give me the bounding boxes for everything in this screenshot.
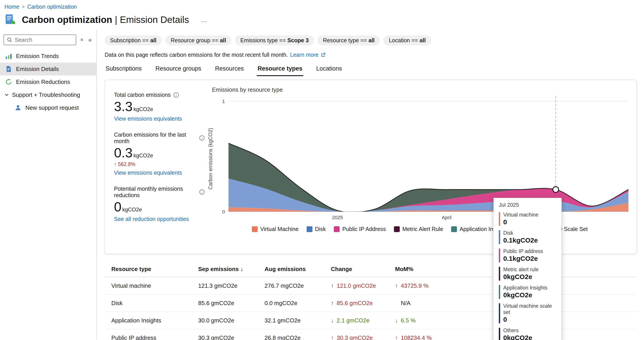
delta-text: 121.0 gmCO2e: [337, 282, 376, 289]
filter-pill-subscription[interactable]: Subscription == all: [105, 35, 162, 45]
stat-unit: kgCO2e: [134, 152, 153, 159]
tooltip-row-public-ip-address: Public IP address0.1kgCO2e: [499, 248, 556, 263]
legend-item-metric-alert-rule[interactable]: Metric Alert Rule: [394, 226, 443, 232]
sidebar-item-label: New support request: [26, 104, 79, 111]
tooltip-row-value: 0: [503, 315, 556, 324]
filter-field: Resource group ==: [170, 37, 220, 43]
sidebar-nav: Emission Trends Emission Details Emissio…: [0, 50, 96, 114]
stat-label: Carbon emissions for the last month: [114, 131, 196, 144]
emissions-chart[interactable]: 012025April: [215, 94, 632, 223]
delta-text: 30.3 gmCO2e: [337, 335, 373, 340]
stat-last-month-emissions: Carbon emissions for the last month i 0.…: [114, 131, 205, 176]
breadcrumb-home-link[interactable]: Home: [4, 3, 19, 10]
sidebar-group-label: Support + Troubleshooting: [12, 91, 80, 98]
tooltip-row-value: 0kgCO2e: [503, 273, 556, 281]
cell-resource-type: Public IP address: [111, 335, 198, 340]
x-tick-label: April: [442, 215, 452, 220]
tooltip-row-label: Virtual machine scale set: [503, 303, 556, 315]
tab-resources[interactable]: Resources: [214, 63, 245, 76]
search-clear-icon[interactable]: ×: [79, 36, 84, 43]
legend-swatch: [252, 226, 258, 232]
info-icon[interactable]: i: [199, 189, 205, 195]
delta-arrow-icon: ↓: [331, 317, 337, 324]
learn-more-link[interactable]: Learn more: [290, 52, 319, 58]
tooltip-color-bar: [499, 267, 500, 281]
delta-arrow-icon: ↑: [331, 335, 337, 340]
tooltip-color-bar: [499, 285, 500, 299]
filter-pill-emissions-type[interactable]: Emissions type == Scope 3: [235, 35, 314, 45]
column-header-resource-type[interactable]: Resource type: [111, 266, 198, 273]
filter-value: all: [150, 37, 156, 43]
emissions-chart-block: Emissions by resource type Carbon emissi…: [208, 86, 632, 250]
cell-change: ↑85.6 gmCO2e: [331, 300, 395, 307]
external-link-icon: [321, 52, 326, 57]
tab-locations[interactable]: Locations: [315, 63, 343, 76]
page-subtitle: | Emission Details: [115, 14, 189, 25]
stat-total-emissions: Total carbon emissions i 3.3kgCO2e View …: [114, 92, 205, 122]
column-header-sep-emissions[interactable]: Sep emissions ↓: [198, 266, 264, 273]
delta-text: 43725.9 %: [401, 282, 428, 289]
overflow-menu-button[interactable]: …: [201, 16, 208, 23]
sidebar-item-emission-trends[interactable]: Emission Trends: [0, 50, 96, 62]
tooltip-color-bar: [499, 249, 500, 262]
tooltip-row-value: 0kgCO2e: [503, 291, 556, 299]
sidebar-item-emission-reductions[interactable]: Emission Reductions: [0, 75, 96, 88]
filter-value: all: [368, 37, 375, 43]
column-header-change[interactable]: Change: [331, 266, 395, 273]
cell-change: ↓2.1 gmCO2e: [331, 317, 395, 324]
legend-item-virtual-machine[interactable]: Virtual Machine: [252, 226, 298, 232]
tab-resource-types[interactable]: Resource types: [257, 63, 303, 76]
info-icon[interactable]: i: [173, 92, 179, 98]
legend-item-public-ip-address[interactable]: Public IP Address: [334, 226, 386, 232]
cell-resource-type: Disk: [111, 300, 198, 307]
tooltip-color-bar: [499, 212, 500, 226]
sidebar-item-emission-details[interactable]: Emission Details: [0, 62, 96, 75]
tooltip-row-value: 0: [503, 218, 556, 226]
tab-resource-groups[interactable]: Resource groups: [154, 63, 202, 76]
cell-change: ↑30.3 gmCO2e: [331, 335, 395, 340]
y-tick-label: 1: [222, 99, 225, 104]
filter-pill-resource-type[interactable]: Resource type == all: [318, 35, 380, 45]
legend-label: Disk: [315, 226, 326, 232]
filter-value: Scope 3: [287, 37, 309, 43]
sidebar-item-new-support-request[interactable]: New support request: [0, 101, 96, 114]
tab-subscriptions[interactable]: Subscriptions: [105, 63, 142, 76]
sidebar-collapse-icon[interactable]: «: [87, 36, 93, 44]
tooltip-row-value: 0kgCO2e: [503, 334, 556, 340]
chart-legend: Virtual MachineDiskPublic IP AddressMetr…: [208, 226, 632, 232]
svg-text:i: i: [202, 136, 202, 140]
legend-item-disk[interactable]: Disk: [307, 226, 326, 232]
breadcrumb: Home > Carbon optimization: [0, 0, 644, 10]
column-header-aug-emissions[interactable]: Aug emissions: [264, 266, 331, 273]
tooltip-row-value: 0.1kgCO2e: [503, 254, 556, 263]
cell-sep-emissions: 121.3 gmCO2e: [198, 282, 264, 289]
delta-arrow-icon: ↑: [331, 282, 337, 289]
stat-value: 0: [114, 200, 121, 214]
cell-sep-emissions: 30.3 gmCO2e: [198, 335, 264, 340]
emissions-chart-svg[interactable]: 012025April: [215, 94, 632, 223]
breadcrumb-section-link[interactable]: Carbon optimization: [27, 3, 76, 10]
view-equivalents-link[interactable]: View emissions equivalents: [114, 170, 182, 176]
tooltip-row-label: Public IP address: [503, 248, 556, 254]
cell-change: ↑121.0 gmCO2e: [331, 282, 395, 289]
sidebar-group-support-troubleshooting[interactable]: Support + Troubleshooting: [0, 88, 96, 101]
tooltip-row-others: Others0kgCO2e: [499, 327, 556, 340]
hover-marker: [553, 187, 558, 192]
stat-value: 0.3: [114, 146, 132, 160]
reduction-opportunities-link[interactable]: See all reduction opportunities: [114, 216, 189, 222]
stat-unit: kgCO2e: [122, 207, 142, 213]
details-document-icon: [5, 66, 12, 72]
search-input[interactable]: [15, 37, 73, 43]
search-icon: [7, 37, 12, 43]
view-equivalents-link[interactable]: View emissions equivalents: [114, 115, 182, 122]
filter-pill-resource-group[interactable]: Resource group == all: [165, 35, 231, 45]
tooltip-color-bar: [499, 303, 500, 323]
legend-swatch: [451, 226, 457, 232]
filter-pill-location[interactable]: Location == all: [384, 35, 431, 45]
data-notice: Data on this page reflects carbon emissi…: [105, 52, 637, 58]
cell-aug-emissions: 0.0 mgCO2e: [264, 300, 331, 307]
info-icon[interactable]: i: [199, 135, 205, 141]
tooltip-row-virtual-machine-scale-set: Virtual machine scale set0: [499, 303, 556, 324]
delta-text: 2.1 gmCO2e: [337, 317, 370, 324]
stat-unit: kgCO2e: [134, 106, 153, 112]
